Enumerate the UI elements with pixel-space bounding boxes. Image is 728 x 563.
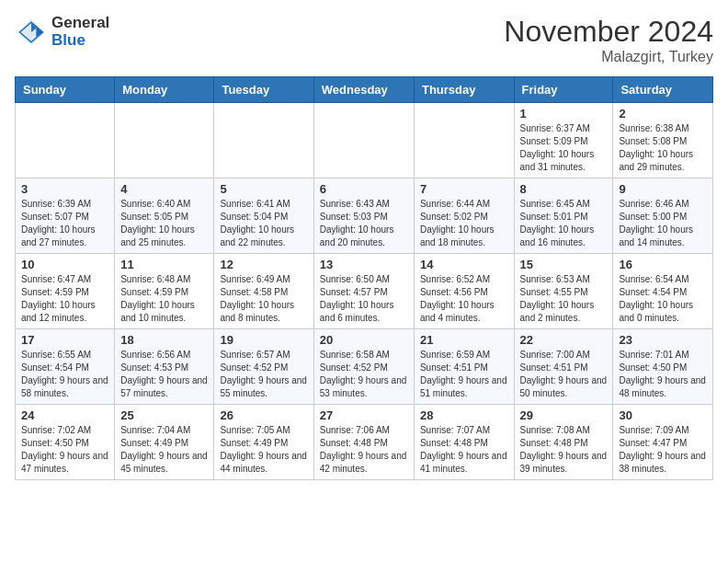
- day-info: Sunrise: 7:06 AMSunset: 4:48 PMDaylight:…: [320, 424, 408, 476]
- day-cell: 11Sunrise: 6:48 AMSunset: 4:59 PMDayligh…: [115, 254, 214, 329]
- day-header-thursday: Thursday: [414, 77, 514, 103]
- calendar-body: 1Sunrise: 6:37 AMSunset: 5:09 PMDaylight…: [16, 103, 713, 480]
- day-number: 2: [619, 107, 707, 121]
- day-number: 3: [21, 182, 108, 196]
- day-number: 8: [520, 182, 608, 196]
- day-info: Sunrise: 6:58 AMSunset: 4:52 PMDaylight:…: [320, 349, 408, 400]
- day-number: 16: [619, 258, 707, 271]
- day-info: Sunrise: 7:02 AMSunset: 4:50 PMDaylight:…: [21, 424, 108, 476]
- day-info: Sunrise: 6:38 AMSunset: 5:08 PMDaylight:…: [619, 122, 707, 174]
- day-header-friday: Friday: [514, 77, 613, 103]
- day-cell: 26Sunrise: 7:05 AMSunset: 4:49 PMDayligh…: [214, 405, 313, 480]
- day-number: 5: [220, 182, 307, 196]
- day-info: Sunrise: 6:49 AMSunset: 4:58 PMDaylight:…: [220, 273, 307, 325]
- day-cell: 22Sunrise: 7:00 AMSunset: 4:51 PMDayligh…: [514, 329, 613, 405]
- day-cell: 24Sunrise: 7:02 AMSunset: 4:50 PMDayligh…: [16, 405, 115, 480]
- day-number: 26: [220, 408, 307, 422]
- day-number: 11: [120, 258, 208, 271]
- day-number: 17: [21, 333, 108, 347]
- day-number: 6: [320, 182, 408, 196]
- day-cell: 13Sunrise: 6:50 AMSunset: 4:57 PMDayligh…: [313, 254, 414, 329]
- day-info: Sunrise: 6:37 AMSunset: 5:09 PMDaylight:…: [520, 122, 608, 174]
- day-info: Sunrise: 6:52 AMSunset: 4:56 PMDaylight:…: [420, 273, 508, 325]
- day-number: 23: [619, 333, 707, 347]
- day-cell: 19Sunrise: 6:57 AMSunset: 4:52 PMDayligh…: [214, 329, 313, 405]
- day-info: Sunrise: 6:39 AMSunset: 5:07 PMDaylight:…: [21, 198, 108, 249]
- day-info: Sunrise: 7:01 AMSunset: 4:50 PMDaylight:…: [619, 349, 707, 400]
- day-number: 29: [520, 408, 608, 422]
- day-cell: 18Sunrise: 6:56 AMSunset: 4:53 PMDayligh…: [115, 329, 214, 405]
- day-number: 4: [120, 182, 208, 196]
- day-cell: 21Sunrise: 6:59 AMSunset: 4:51 PMDayligh…: [414, 329, 514, 405]
- week-row-5: 24Sunrise: 7:02 AMSunset: 4:50 PMDayligh…: [16, 405, 713, 480]
- day-cell: 20Sunrise: 6:58 AMSunset: 4:52 PMDayligh…: [313, 329, 414, 405]
- day-info: Sunrise: 6:47 AMSunset: 4:59 PMDaylight:…: [21, 273, 108, 325]
- day-info: Sunrise: 6:57 AMSunset: 4:52 PMDaylight:…: [220, 349, 307, 400]
- day-cell: 17Sunrise: 6:55 AMSunset: 4:54 PMDayligh…: [16, 329, 115, 405]
- day-info: Sunrise: 7:07 AMSunset: 4:48 PMDaylight:…: [420, 424, 508, 476]
- day-info: Sunrise: 6:48 AMSunset: 4:59 PMDaylight:…: [120, 273, 208, 325]
- day-number: 22: [520, 333, 608, 347]
- day-info: Sunrise: 6:40 AMSunset: 5:05 PMDaylight:…: [120, 198, 208, 249]
- week-row-2: 3Sunrise: 6:39 AMSunset: 5:07 PMDaylight…: [16, 178, 713, 254]
- day-cell: 14Sunrise: 6:52 AMSunset: 4:56 PMDayligh…: [414, 254, 514, 329]
- day-cell: [115, 103, 214, 178]
- day-number: 24: [21, 408, 108, 422]
- logo-general: General: [51, 15, 109, 32]
- day-info: Sunrise: 7:08 AMSunset: 4:48 PMDaylight:…: [520, 424, 608, 476]
- day-number: 9: [619, 182, 707, 196]
- day-header-sunday: Sunday: [16, 77, 115, 103]
- day-cell: 15Sunrise: 6:53 AMSunset: 4:55 PMDayligh…: [514, 254, 613, 329]
- logo: General Blue: [15, 15, 109, 49]
- day-info: Sunrise: 6:56 AMSunset: 4:53 PMDaylight:…: [120, 349, 208, 400]
- day-number: 15: [520, 258, 608, 271]
- title-block: November 2024 Malazgirt, Turkey: [504, 15, 713, 65]
- day-cell: 23Sunrise: 7:01 AMSunset: 4:50 PMDayligh…: [613, 329, 713, 405]
- day-header-tuesday: Tuesday: [214, 77, 313, 103]
- day-cell: 30Sunrise: 7:09 AMSunset: 4:47 PMDayligh…: [613, 405, 713, 480]
- day-number: 27: [320, 408, 408, 422]
- day-info: Sunrise: 6:54 AMSunset: 4:54 PMDaylight:…: [619, 273, 707, 325]
- month-title: November 2024: [504, 15, 713, 49]
- logo-blue: Blue: [51, 32, 109, 50]
- day-cell: 4Sunrise: 6:40 AMSunset: 5:05 PMDaylight…: [115, 178, 214, 254]
- day-cell: 7Sunrise: 6:44 AMSunset: 5:02 PMDaylight…: [414, 178, 514, 254]
- day-cell: 9Sunrise: 6:46 AMSunset: 5:00 PMDaylight…: [613, 178, 713, 254]
- week-row-4: 17Sunrise: 6:55 AMSunset: 4:54 PMDayligh…: [16, 329, 713, 405]
- day-header-monday: Monday: [115, 77, 214, 103]
- calendar-table: SundayMondayTuesdayWednesdayThursdayFrid…: [15, 76, 713, 480]
- day-info: Sunrise: 7:09 AMSunset: 4:47 PMDaylight:…: [619, 424, 707, 476]
- day-cell: [16, 103, 115, 178]
- day-cell: 25Sunrise: 7:04 AMSunset: 4:49 PMDayligh…: [115, 405, 214, 480]
- day-cell: 2Sunrise: 6:38 AMSunset: 5:08 PMDaylight…: [613, 103, 713, 178]
- page-header: General Blue November 2024 Malazgirt, Tu…: [15, 15, 713, 65]
- day-cell: 10Sunrise: 6:47 AMSunset: 4:59 PMDayligh…: [16, 254, 115, 329]
- day-info: Sunrise: 6:50 AMSunset: 4:57 PMDaylight:…: [320, 273, 408, 325]
- header-row: SundayMondayTuesdayWednesdayThursdayFrid…: [16, 77, 713, 103]
- day-info: Sunrise: 6:41 AMSunset: 5:04 PMDaylight:…: [220, 198, 307, 249]
- day-info: Sunrise: 7:04 AMSunset: 4:49 PMDaylight:…: [120, 424, 208, 476]
- day-number: 10: [21, 258, 108, 271]
- day-header-wednesday: Wednesday: [313, 77, 414, 103]
- day-number: 18: [120, 333, 208, 347]
- day-cell: 5Sunrise: 6:41 AMSunset: 5:04 PMDaylight…: [214, 178, 313, 254]
- day-cell: 29Sunrise: 7:08 AMSunset: 4:48 PMDayligh…: [514, 405, 613, 480]
- logo-icon: [15, 16, 48, 49]
- day-number: 19: [220, 333, 307, 347]
- day-info: Sunrise: 6:59 AMSunset: 4:51 PMDaylight:…: [420, 349, 508, 400]
- day-cell: 1Sunrise: 6:37 AMSunset: 5:09 PMDaylight…: [514, 103, 613, 178]
- day-info: Sunrise: 6:44 AMSunset: 5:02 PMDaylight:…: [420, 198, 508, 249]
- day-cell: 12Sunrise: 6:49 AMSunset: 4:58 PMDayligh…: [214, 254, 313, 329]
- day-number: 14: [420, 258, 508, 271]
- day-cell: 8Sunrise: 6:45 AMSunset: 5:01 PMDaylight…: [514, 178, 613, 254]
- day-number: 12: [220, 258, 307, 271]
- day-number: 25: [120, 408, 208, 422]
- location-title: Malazgirt, Turkey: [504, 49, 713, 65]
- week-row-3: 10Sunrise: 6:47 AMSunset: 4:59 PMDayligh…: [16, 254, 713, 329]
- week-row-1: 1Sunrise: 6:37 AMSunset: 5:09 PMDaylight…: [16, 103, 713, 178]
- day-number: 28: [420, 408, 508, 422]
- day-cell: 16Sunrise: 6:54 AMSunset: 4:54 PMDayligh…: [613, 254, 713, 329]
- day-info: Sunrise: 6:55 AMSunset: 4:54 PMDaylight:…: [21, 349, 108, 400]
- day-info: Sunrise: 6:43 AMSunset: 5:03 PMDaylight:…: [320, 198, 408, 249]
- day-info: Sunrise: 6:46 AMSunset: 5:00 PMDaylight:…: [619, 198, 707, 249]
